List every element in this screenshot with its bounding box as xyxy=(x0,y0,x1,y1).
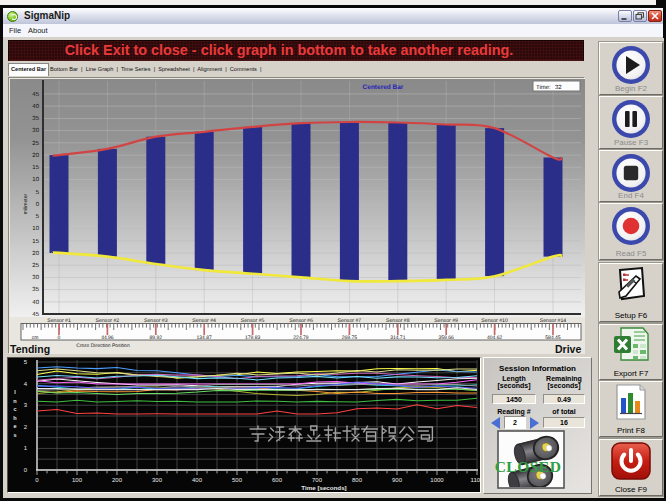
svg-text:Sensor #2: Sensor #2 xyxy=(96,318,120,324)
svg-text:134.87: 134.87 xyxy=(197,335,213,341)
svg-text:milimeter: milimeter xyxy=(23,194,29,215)
svg-text:35: 35 xyxy=(32,286,39,293)
svg-text:Sensor #6: Sensor #6 xyxy=(289,318,313,324)
svg-text:10: 10 xyxy=(32,176,39,183)
svg-text:314.71: 314.71 xyxy=(390,335,406,341)
svg-text:404.62: 404.62 xyxy=(487,335,503,341)
svg-text:89.92: 89.92 xyxy=(150,335,163,341)
svg-text:600: 600 xyxy=(272,477,283,483)
svg-text:35: 35 xyxy=(32,115,39,122)
svg-text:900: 900 xyxy=(392,477,403,483)
svg-text:400: 400 xyxy=(192,477,203,483)
svg-text:40: 40 xyxy=(32,299,39,306)
svg-text:c: c xyxy=(13,406,16,412)
svg-text:Sensor #9: Sensor #9 xyxy=(434,318,458,324)
svg-text:cm: cm xyxy=(32,335,39,341)
svg-text:45: 45 xyxy=(32,91,39,98)
svg-text:200: 200 xyxy=(112,477,123,483)
svg-text:584.45: 584.45 xyxy=(545,335,561,341)
svg-text:Cross Direction Position: Cross Direction Position xyxy=(76,343,130,349)
svg-text:Sensor #8: Sensor #8 xyxy=(386,318,410,324)
svg-text:1000: 1000 xyxy=(430,477,444,483)
svg-text:Sensor #4: Sensor #4 xyxy=(192,318,216,324)
svg-text:Sensor #10: Sensor #10 xyxy=(481,318,508,324)
svg-text:e: e xyxy=(13,423,16,429)
svg-text:700: 700 xyxy=(312,477,323,483)
svg-text:0: 0 xyxy=(58,335,61,341)
svg-text:Sensor #1: Sensor #1 xyxy=(47,318,71,324)
svg-text:300: 300 xyxy=(152,477,163,483)
svg-text:Sensor #7: Sensor #7 xyxy=(338,318,362,324)
svg-text:CLOSED: CLOSED xyxy=(495,458,562,475)
svg-text:359.66: 359.66 xyxy=(439,335,455,341)
svg-text:Sensor #5: Sensor #5 xyxy=(241,318,265,324)
svg-text:30: 30 xyxy=(32,127,39,134)
svg-text:Sensor #14: Sensor #14 xyxy=(540,318,567,324)
svg-text:20: 20 xyxy=(32,250,39,257)
svg-text:800: 800 xyxy=(352,477,363,483)
svg-text:Time [seconds]: Time [seconds] xyxy=(301,484,346,491)
svg-text:45: 45 xyxy=(32,311,39,318)
svg-text:179.83: 179.83 xyxy=(245,335,261,341)
svg-text:40: 40 xyxy=(32,103,39,110)
svg-text:224.79: 224.79 xyxy=(293,335,309,341)
svg-text:15: 15 xyxy=(32,238,39,245)
svg-text:500: 500 xyxy=(232,477,243,483)
svg-text:100: 100 xyxy=(72,477,83,483)
svg-text:30: 30 xyxy=(32,274,39,281)
svg-text:44.96: 44.96 xyxy=(101,335,114,341)
svg-text:10: 10 xyxy=(32,225,39,232)
svg-text:Sensor #3: Sensor #3 xyxy=(144,318,168,324)
svg-text:25: 25 xyxy=(32,140,39,147)
svg-text:Centered Bar: Centered Bar xyxy=(363,84,404,91)
svg-text:269.75: 269.75 xyxy=(342,335,358,341)
svg-text:20: 20 xyxy=(32,152,39,159)
svg-text:s: s xyxy=(13,432,16,438)
svg-text:25: 25 xyxy=(32,262,39,269)
svg-text:Time:: Time: xyxy=(536,84,551,91)
svg-text:15: 15 xyxy=(32,164,39,171)
svg-text:1100: 1100 xyxy=(471,477,480,483)
svg-text:32: 32 xyxy=(555,84,562,91)
